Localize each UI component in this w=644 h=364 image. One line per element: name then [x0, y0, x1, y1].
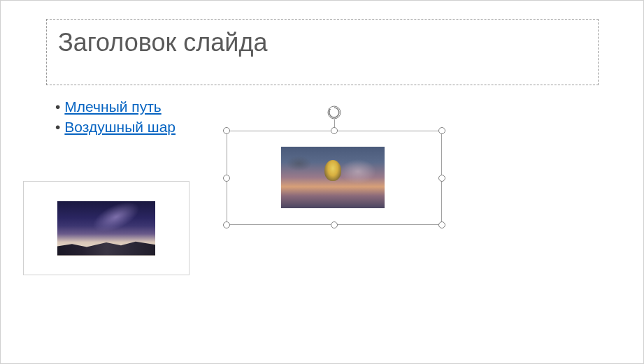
list-item: • Воздушный шар [55, 119, 176, 136]
resize-handle-bottom-right[interactable] [438, 221, 445, 228]
resize-handle-bottom-center[interactable] [331, 221, 338, 228]
slide-title-placeholder[interactable]: Заголовок слайда [46, 19, 599, 85]
rotate-handle[interactable] [327, 105, 341, 119]
resize-handle-middle-right[interactable] [438, 175, 445, 182]
bullet-list[interactable]: • Млечный путь • Воздушный шар [55, 99, 176, 139]
resize-handle-top-left[interactable] [223, 127, 230, 134]
hyperlink-balloon[interactable]: Воздушный шар [64, 119, 176, 136]
resize-handle-top-right[interactable] [438, 127, 445, 134]
resize-handle-middle-left[interactable] [223, 175, 230, 182]
selection-frame[interactable] [227, 131, 442, 225]
hyperlink-milky-way[interactable]: Млечный путь [64, 99, 161, 115]
resize-handle-top-center[interactable] [331, 127, 338, 134]
slide-title-text: Заголовок слайда [58, 28, 587, 57]
milky-way-image[interactable] [57, 201, 155, 256]
balloon-image[interactable] [281, 147, 385, 208]
bullet-icon: • [55, 99, 60, 115]
list-item: • Млечный путь [55, 99, 176, 115]
resize-handle-bottom-left[interactable] [223, 221, 230, 228]
cloud-decoration [286, 156, 312, 171]
bullet-icon: • [55, 119, 60, 136]
image-container-milky-way[interactable] [23, 181, 189, 275]
